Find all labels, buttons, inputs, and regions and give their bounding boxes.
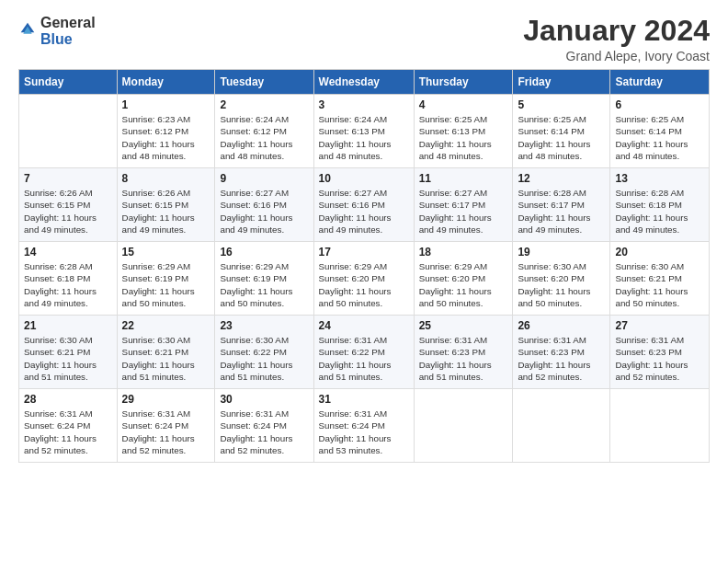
calendar-cell: 25Sunrise: 6:31 AM Sunset: 6:23 PM Dayli… — [414, 316, 513, 389]
day-number: 19 — [518, 246, 605, 259]
day-number: 12 — [518, 172, 605, 185]
day-of-week-header: Thursday — [414, 70, 513, 95]
day-number: 2 — [220, 98, 308, 111]
calendar-cell: 13Sunrise: 6:28 AM Sunset: 6:18 PM Dayli… — [610, 168, 710, 242]
day-info: Sunrise: 6:30 AM Sunset: 6:21 PM Dayligh… — [615, 261, 688, 308]
calendar-cell: 7Sunrise: 6:26 AM Sunset: 6:15 PM Daylig… — [19, 168, 118, 242]
logo: General Blue — [18, 15, 96, 47]
day-of-week-header: Sunday — [19, 70, 118, 95]
day-number: 24 — [319, 319, 409, 332]
day-info: Sunrise: 6:28 AM Sunset: 6:17 PM Dayligh… — [518, 188, 590, 235]
logo-icon — [18, 20, 37, 39]
day-info: Sunrise: 6:30 AM Sunset: 6:22 PM Dayligh… — [220, 335, 292, 382]
calendar-cell: 5Sunrise: 6:25 AM Sunset: 6:14 PM Daylig… — [513, 95, 610, 168]
day-info: Sunrise: 6:31 AM Sunset: 6:24 PM Dayligh… — [24, 408, 97, 455]
day-info: Sunrise: 6:31 AM Sunset: 6:24 PM Dayligh… — [220, 408, 292, 455]
calendar-cell: 11Sunrise: 6:27 AM Sunset: 6:17 PM Dayli… — [414, 168, 513, 242]
day-of-week-header: Friday — [513, 70, 610, 95]
calendar-cell: 15Sunrise: 6:29 AM Sunset: 6:19 PM Dayli… — [117, 242, 215, 316]
day-info: Sunrise: 6:31 AM Sunset: 6:23 PM Dayligh… — [419, 335, 492, 382]
calendar-cell — [513, 389, 610, 463]
day-number: 15 — [122, 246, 210, 259]
calendar-cell — [414, 389, 513, 463]
calendar-cell: 23Sunrise: 6:30 AM Sunset: 6:22 PM Dayli… — [215, 316, 313, 389]
header: General Blue January 2024 Grand Alepe, I… — [18, 15, 710, 63]
day-number: 3 — [319, 98, 409, 111]
calendar-cell: 26Sunrise: 6:31 AM Sunset: 6:23 PM Dayli… — [513, 316, 610, 389]
day-info: Sunrise: 6:30 AM Sunset: 6:20 PM Dayligh… — [518, 261, 590, 308]
day-info: Sunrise: 6:23 AM Sunset: 6:12 PM Dayligh… — [122, 114, 195, 161]
day-number: 14 — [24, 246, 112, 259]
calendar-cell: 16Sunrise: 6:29 AM Sunset: 6:19 PM Dayli… — [215, 242, 313, 316]
day-number: 6 — [615, 98, 704, 111]
day-info: Sunrise: 6:29 AM Sunset: 6:19 PM Dayligh… — [220, 261, 292, 308]
day-info: Sunrise: 6:31 AM Sunset: 6:24 PM Dayligh… — [122, 408, 195, 455]
day-info: Sunrise: 6:31 AM Sunset: 6:23 PM Dayligh… — [615, 335, 688, 382]
day-of-week-header: Saturday — [610, 70, 710, 95]
calendar-cell: 20Sunrise: 6:30 AM Sunset: 6:21 PM Dayli… — [610, 242, 710, 316]
calendar-cell: 9Sunrise: 6:27 AM Sunset: 6:16 PM Daylig… — [215, 168, 313, 242]
calendar-week-row: 14Sunrise: 6:28 AM Sunset: 6:18 PM Dayli… — [19, 242, 710, 316]
calendar-cell: 12Sunrise: 6:28 AM Sunset: 6:17 PM Dayli… — [513, 168, 610, 242]
logo-text-general: General — [40, 15, 96, 31]
calendar-week-row: 21Sunrise: 6:30 AM Sunset: 6:21 PM Dayli… — [19, 316, 710, 389]
day-info: Sunrise: 6:26 AM Sunset: 6:15 PM Dayligh… — [24, 188, 97, 235]
calendar-header-row: SundayMondayTuesdayWednesdayThursdayFrid… — [19, 70, 710, 95]
day-info: Sunrise: 6:31 AM Sunset: 6:23 PM Dayligh… — [518, 335, 590, 382]
calendar-cell: 30Sunrise: 6:31 AM Sunset: 6:24 PM Dayli… — [215, 389, 313, 463]
day-info: Sunrise: 6:29 AM Sunset: 6:20 PM Dayligh… — [419, 261, 492, 308]
day-info: Sunrise: 6:29 AM Sunset: 6:19 PM Dayligh… — [122, 261, 195, 308]
day-number: 7 — [24, 172, 112, 185]
calendar-cell — [19, 95, 118, 168]
day-number: 5 — [518, 98, 605, 111]
day-info: Sunrise: 6:24 AM Sunset: 6:12 PM Dayligh… — [220, 114, 292, 161]
calendar-cell: 28Sunrise: 6:31 AM Sunset: 6:24 PM Dayli… — [19, 389, 118, 463]
calendar-cell: 18Sunrise: 6:29 AM Sunset: 6:20 PM Dayli… — [414, 242, 513, 316]
page-container: General Blue January 2024 Grand Alepe, I… — [0, 0, 728, 472]
day-number: 8 — [122, 172, 210, 185]
day-info: Sunrise: 6:31 AM Sunset: 6:22 PM Dayligh… — [319, 335, 392, 382]
calendar-cell: 3Sunrise: 6:24 AM Sunset: 6:13 PM Daylig… — [313, 95, 414, 168]
day-info: Sunrise: 6:25 AM Sunset: 6:14 PM Dayligh… — [518, 114, 590, 161]
day-number: 21 — [24, 319, 112, 332]
day-number: 31 — [319, 393, 409, 406]
day-number: 18 — [419, 246, 508, 259]
day-info: Sunrise: 6:31 AM Sunset: 6:24 PM Dayligh… — [319, 408, 392, 455]
day-of-week-header: Monday — [117, 70, 215, 95]
calendar-cell — [610, 389, 710, 463]
calendar-cell: 31Sunrise: 6:31 AM Sunset: 6:24 PM Dayli… — [313, 389, 414, 463]
calendar-cell: 29Sunrise: 6:31 AM Sunset: 6:24 PM Dayli… — [117, 389, 215, 463]
day-of-week-header: Wednesday — [313, 70, 414, 95]
day-number: 17 — [319, 246, 409, 259]
calendar-cell: 19Sunrise: 6:30 AM Sunset: 6:20 PM Dayli… — [513, 242, 610, 316]
calendar-week-row: 1Sunrise: 6:23 AM Sunset: 6:12 PM Daylig… — [19, 95, 710, 168]
day-info: Sunrise: 6:25 AM Sunset: 6:13 PM Dayligh… — [419, 114, 492, 161]
calendar-week-row: 28Sunrise: 6:31 AM Sunset: 6:24 PM Dayli… — [19, 389, 710, 463]
calendar-cell: 14Sunrise: 6:28 AM Sunset: 6:18 PM Dayli… — [19, 242, 118, 316]
calendar-cell: 2Sunrise: 6:24 AM Sunset: 6:12 PM Daylig… — [215, 95, 313, 168]
day-number: 4 — [419, 98, 508, 111]
calendar-table: SundayMondayTuesdayWednesdayThursdayFrid… — [18, 69, 710, 463]
calendar-week-row: 7Sunrise: 6:26 AM Sunset: 6:15 PM Daylig… — [19, 168, 710, 242]
day-info: Sunrise: 6:26 AM Sunset: 6:15 PM Dayligh… — [122, 188, 195, 235]
day-number: 9 — [220, 172, 308, 185]
day-info: Sunrise: 6:27 AM Sunset: 6:17 PM Dayligh… — [419, 188, 492, 235]
calendar-cell: 24Sunrise: 6:31 AM Sunset: 6:22 PM Dayli… — [313, 316, 414, 389]
day-number: 11 — [419, 172, 508, 185]
calendar-cell: 1Sunrise: 6:23 AM Sunset: 6:12 PM Daylig… — [117, 95, 215, 168]
day-number: 20 — [615, 246, 704, 259]
main-title: January 2024 — [523, 15, 710, 47]
day-of-week-header: Tuesday — [215, 70, 313, 95]
logo-text-blue: Blue — [40, 31, 96, 48]
day-info: Sunrise: 6:30 AM Sunset: 6:21 PM Dayligh… — [122, 335, 195, 382]
subtitle: Grand Alepe, Ivory Coast — [523, 49, 710, 63]
calendar-cell: 22Sunrise: 6:30 AM Sunset: 6:21 PM Dayli… — [117, 316, 215, 389]
day-info: Sunrise: 6:24 AM Sunset: 6:13 PM Dayligh… — [319, 114, 392, 161]
day-number: 25 — [419, 319, 508, 332]
calendar-cell: 17Sunrise: 6:29 AM Sunset: 6:20 PM Dayli… — [313, 242, 414, 316]
day-number: 26 — [518, 319, 605, 332]
day-info: Sunrise: 6:27 AM Sunset: 6:16 PM Dayligh… — [220, 188, 292, 235]
day-number: 29 — [122, 393, 210, 406]
day-info: Sunrise: 6:28 AM Sunset: 6:18 PM Dayligh… — [615, 188, 688, 235]
title-block: January 2024 Grand Alepe, Ivory Coast — [523, 15, 710, 63]
